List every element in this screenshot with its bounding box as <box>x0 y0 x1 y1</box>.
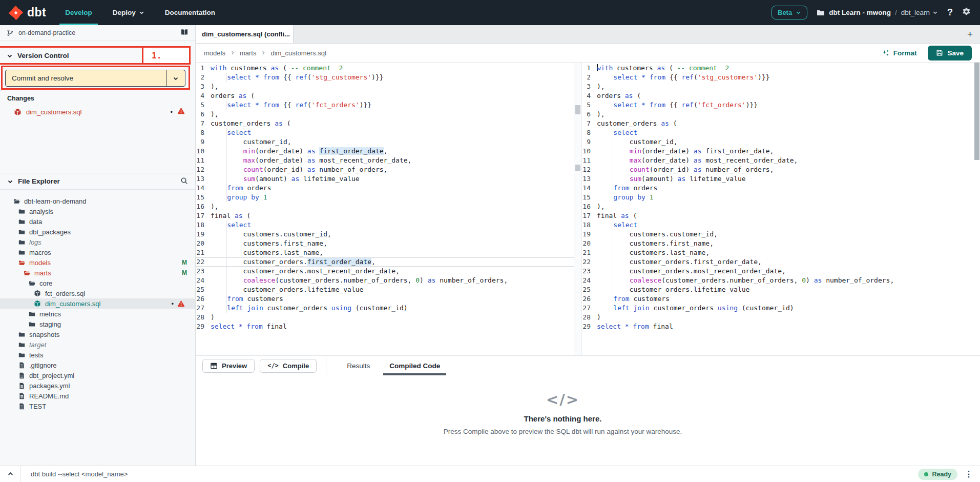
line-number: 14 <box>582 184 597 193</box>
changed-file-row[interactable]: dim_customers.sql • <box>0 106 195 117</box>
line-number: 16 <box>196 202 211 211</box>
folder-icon <box>29 321 35 328</box>
search-icon[interactable] <box>180 177 188 186</box>
tree-item-fct-orders-sql[interactable]: fct_orders.sql <box>0 288 195 298</box>
format-button[interactable]: Format <box>882 49 917 57</box>
line-number: 19 <box>196 230 211 239</box>
tree-item-packages-yml[interactable]: packages.yml <box>0 380 195 391</box>
line-number: 9 <box>582 137 597 147</box>
tree-item-label: staging <box>39 320 61 328</box>
folder-icon <box>18 352 25 358</box>
tree-item-readme-md[interactable]: README.md <box>0 391 195 401</box>
main-area: dim_customers.sql (confli... + models ma… <box>196 25 980 466</box>
editor-actions: Format Save <box>882 46 972 61</box>
breadcrumb-file[interactable]: dim_customers.sql <box>270 49 326 57</box>
line-number: 1 <box>582 64 597 73</box>
environment-selector[interactable]: dbt_learn <box>901 9 938 16</box>
tree-item-metrics[interactable]: metrics <box>0 309 195 319</box>
breadcrumb-models[interactable]: models <box>204 49 225 57</box>
tree-item-macros[interactable]: macros <box>0 247 195 257</box>
commit-options-caret[interactable] <box>166 70 185 86</box>
tab-compiled-code[interactable]: Compiled Code <box>383 356 446 375</box>
conflict-warning-icon <box>177 107 185 116</box>
line-number: 24 <box>582 276 597 285</box>
kebab-menu-icon[interactable]: ⋮ <box>965 470 973 478</box>
line-number: 23 <box>582 267 597 276</box>
gear-icon[interactable] <box>962 7 971 18</box>
chevron-up-icon[interactable] <box>0 471 20 477</box>
chevron-right-icon <box>261 50 266 55</box>
code-line: 25 customer_orders.lifetime_value <box>582 285 974 294</box>
docs-book-icon[interactable] <box>180 28 189 38</box>
commit-and-resolve-button[interactable]: Commit and resolve <box>5 70 185 87</box>
code-editor-left[interactable]: 1with customers as ( -- comment 22 selec… <box>196 64 574 331</box>
code-line: 2 select * from {{ ref('stg_customers')}… <box>196 73 574 82</box>
nav-item-develop[interactable]: Develop <box>59 0 98 25</box>
command-bar-divider <box>20 466 20 482</box>
table-icon <box>210 362 218 370</box>
modified-badge: M <box>182 259 187 266</box>
tree-item-dbt-learn-on-demand[interactable]: dbt-learn-on-demand <box>0 196 195 206</box>
new-tab-icon[interactable]: + <box>967 29 973 39</box>
code-line: 7customer_orders as ( <box>582 119 974 128</box>
chevron-down-icon <box>139 10 144 15</box>
top-navbar: dbt Develop Deploy Documentation Beta db… <box>0 0 980 25</box>
code-line: 19 customers.customer_id, <box>582 230 974 239</box>
dbt-logo[interactable]: dbt <box>8 5 46 21</box>
right-scrollbar-thumb[interactable] <box>974 63 979 160</box>
tree-item-data[interactable]: data <box>0 216 195 227</box>
tree-item-logs[interactable]: logs <box>0 237 195 247</box>
nav-item-deploy[interactable]: Deploy <box>107 0 150 25</box>
compile-button[interactable]: </> Compile <box>260 359 317 373</box>
code-line: 21 customers.last_name, <box>196 248 574 257</box>
scroll-marker[interactable] <box>575 165 580 171</box>
tree-item-snapshots[interactable]: snapshots <box>0 329 195 339</box>
tree-item-label: README.md <box>29 392 69 400</box>
folder-icon <box>18 229 25 235</box>
editor-pane-right[interactable]: 1with customers as ( -- comment 22 selec… <box>582 63 974 355</box>
scrollbar-thumb[interactable] <box>575 105 580 114</box>
tab-dim-customers[interactable]: dim_customers.sql (confli... <box>196 25 294 43</box>
tree-item-test[interactable]: TEST <box>0 401 195 411</box>
tree-item-marts[interactable]: martsM <box>0 268 195 278</box>
editor-pane-left[interactable]: 1with customers as ( -- comment 22 selec… <box>196 63 574 355</box>
primary-nav: Develop Deploy Documentation <box>59 0 230 25</box>
folder-open-icon <box>18 259 25 266</box>
preview-button[interactable]: Preview <box>202 359 255 373</box>
tree-item-analysis[interactable]: analysis <box>0 206 195 216</box>
nav-item-documentation[interactable]: Documentation <box>159 0 221 25</box>
save-button[interactable]: Save <box>928 46 972 61</box>
folder-icon <box>18 342 25 348</box>
code-editor-right[interactable]: 1with customers as ( -- comment 22 selec… <box>582 64 974 331</box>
code-line: 17final as ( <box>582 211 974 220</box>
git-branch-row[interactable]: on-demand-practice <box>0 25 195 41</box>
tree-item-models[interactable]: modelsM <box>0 257 195 268</box>
file-icon <box>18 383 25 389</box>
tab-results[interactable]: Results <box>341 356 376 375</box>
project-separator: / <box>895 9 897 16</box>
modified-badge: M <box>182 269 187 276</box>
code-line: 4orders as ( <box>582 91 974 101</box>
tree-item-staging[interactable]: staging <box>0 319 195 329</box>
chevron-down-icon <box>7 178 13 185</box>
line-number: 15 <box>196 193 211 202</box>
results-tabs: Results Compiled Code <box>341 356 453 375</box>
tree-item-dim-customers-sql[interactable]: dim_customers.sql• <box>0 298 195 309</box>
tree-item-target[interactable]: target <box>0 339 195 350</box>
tree-item-dbt-project-yml[interactable]: dbt_project.yml <box>0 370 195 380</box>
tree-item-core[interactable]: core <box>0 278 195 288</box>
model-icon <box>14 108 22 116</box>
tree-item--gitignore[interactable]: .gitignore <box>0 360 195 370</box>
tree-item-tests[interactable]: tests <box>0 350 195 360</box>
code-line: 5 select * from {{ ref('fct_orders')}} <box>196 101 574 110</box>
help-icon[interactable]: ? <box>947 7 953 18</box>
beta-dropdown[interactable]: Beta <box>772 6 807 19</box>
tree-item-dbt-packages[interactable]: dbt_packages <box>0 227 195 237</box>
project-selector[interactable]: dbt Learn - mwong / dbt_learn <box>817 9 938 17</box>
line-number: 12 <box>196 165 211 174</box>
breadcrumb-marts[interactable]: marts <box>240 49 257 57</box>
command-input[interactable]: dbt build --select <model_name> <box>31 470 128 478</box>
code-line: 20 customers.first_name, <box>196 239 574 248</box>
file-explorer-header[interactable]: File Explorer <box>0 173 195 190</box>
version-control-header[interactable]: Version Control <box>0 48 143 64</box>
